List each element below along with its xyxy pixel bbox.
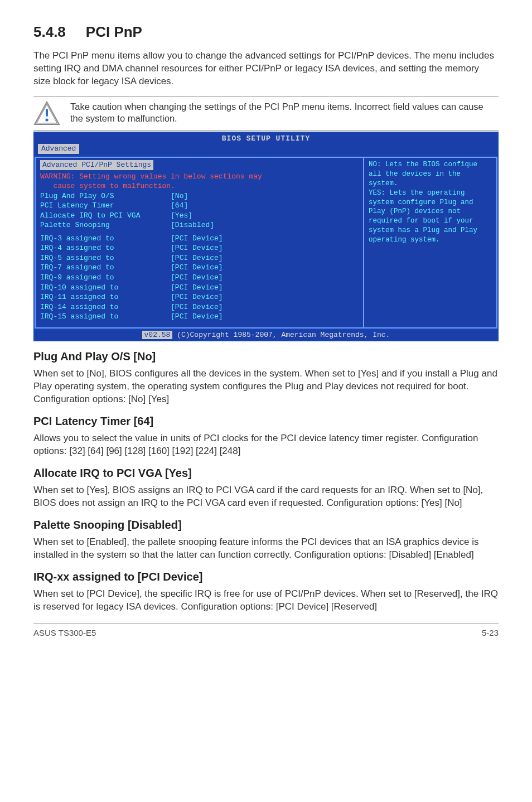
subsection-body: When set to [Yes], BIOS assigns an IRQ t…	[33, 484, 499, 510]
bios-irq-row[interactable]: IRQ-11 assigned to [PCI Device]	[40, 292, 359, 302]
section-number: 5.4.8	[33, 22, 66, 42]
subsection-heading: Plug And Play O/S [No]	[33, 349, 499, 364]
subsection-heading: PCI Latency Timer [64]	[33, 414, 499, 429]
bios-warning-line2: cause system to malfunction.	[40, 181, 359, 191]
bios-copyright-text: (C)Copyright 1985-2007, American Megatre…	[172, 331, 390, 339]
footer-right: 5-23	[482, 627, 499, 639]
bios-version: v02.58	[142, 331, 173, 339]
bios-panel: BIOS SETUP UTILITY Advanced Advanced PCI…	[33, 132, 499, 341]
subsection-heading: IRQ-xx assigned to [PCI Device]	[33, 569, 499, 584]
bios-copyright: v02.58 (C)Copyright 1985-2007, American …	[35, 328, 497, 341]
bios-setting-row[interactable]: Allocate IRQ to PCI VGA [Yes]	[40, 211, 359, 221]
bios-tab-bar: Advanced	[35, 144, 497, 156]
bios-irq-row[interactable]: IRQ-7 assigned to [PCI Device]	[40, 263, 359, 273]
bios-tab-advanced[interactable]: Advanced	[38, 144, 79, 154]
bios-left-pane: Advanced PCI/PnP Settings WARNING: Setti…	[35, 157, 364, 328]
subsection-body: When set to [No], BIOS configures all th…	[33, 368, 499, 406]
svg-rect-2	[46, 109, 48, 117]
bios-irq-row[interactable]: IRQ-9 assigned to [PCI Device]	[40, 273, 359, 283]
bios-help-pane: NO: Lets the BIOS confique all the devic…	[364, 157, 497, 328]
bios-panel-heading: Advanced PCI/PnP Settings	[40, 160, 153, 170]
subsection-body: When set to [PCI Device], the specific I…	[33, 588, 499, 613]
bios-warning-line1: WARNING: Setting wrong values in below s…	[40, 172, 359, 182]
section-heading: 5.4.8PCI PnP	[33, 22, 499, 42]
bios-setting-row[interactable]: PCI Latency Timer [64]	[40, 201, 359, 211]
bios-irq-row[interactable]: IRQ-3 assigned to [PCI Device]	[40, 234, 359, 244]
section-title: PCI PnP	[86, 23, 142, 40]
subsection-body: Allows you to select the value in units …	[33, 432, 499, 458]
bios-setting-row[interactable]: Plug And Play O/S [No]	[40, 191, 359, 201]
bios-irq-row[interactable]: IRQ-10 assigned to [PCI Device]	[40, 283, 359, 293]
caution-text: Take caution when changing the settings …	[70, 101, 499, 125]
subsection-body: When set to [Enabled], the pallete snoop…	[33, 536, 499, 562]
svg-point-3	[45, 118, 48, 121]
caution-icon	[33, 101, 60, 125]
bios-setting-row[interactable]: Palette Snooping [Disabled]	[40, 220, 359, 230]
bios-irq-row[interactable]: IRQ-5 assigned to [PCI Device]	[40, 253, 359, 263]
caution-block: Take caution when changing the settings …	[33, 96, 499, 131]
bios-irq-row[interactable]: IRQ-14 assigned to [PCI Device]	[40, 302, 359, 312]
footer-left: ASUS TS300-E5	[33, 627, 96, 639]
page-footer: ASUS TS300-E5 5-23	[33, 624, 499, 639]
intro-paragraph: The PCI PnP menu items allow you to chan…	[33, 50, 499, 88]
subsection-heading: Allocate IRQ to PCI VGA [Yes]	[33, 466, 499, 481]
subsection-heading: Palette Snooping [Disabled]	[33, 518, 499, 533]
bios-irq-row[interactable]: IRQ-15 assigned to [PCI Device]	[40, 312, 359, 322]
bios-irq-row[interactable]: IRQ-4 assigned to [PCI Device]	[40, 243, 359, 253]
bios-title: BIOS SETUP UTILITY	[35, 133, 497, 144]
